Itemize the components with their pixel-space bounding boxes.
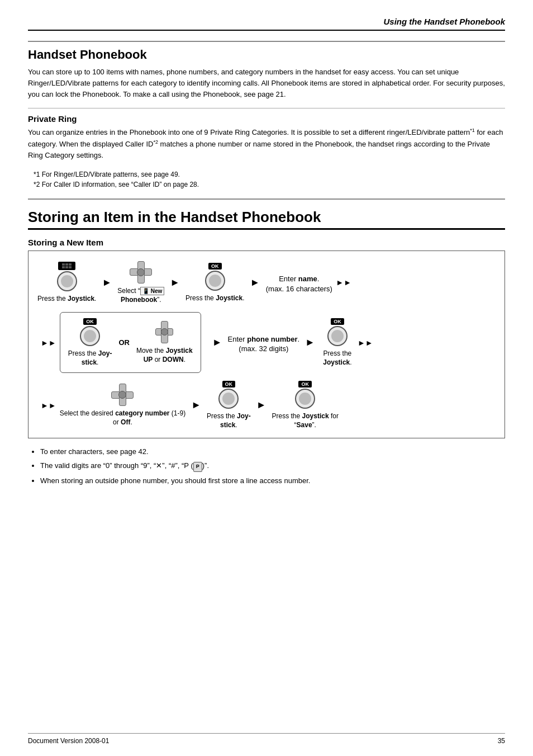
bullet-2: The valid digits are “0” through “9”, “✕…: [40, 460, 505, 472]
page-header: Using the Handset Phonebook: [28, 17, 505, 31]
joystick-inner-save: [299, 393, 311, 405]
page: Using the Handset Phonebook Handset Phon…: [0, 0, 533, 756]
diag-cell-step1: Press the Joystick.: [37, 262, 96, 303]
joystick-nav-icon-2: [130, 261, 152, 284]
screen-btn-icon-1: [57, 262, 77, 291]
sup1: *1: [470, 127, 475, 133]
double-arrow-4: ►►: [41, 401, 56, 410]
diagram-box: Press the Joystick. ► Select “📱 NewPhone…: [28, 251, 505, 438]
joy2-label: Press the Joy-stick.: [207, 412, 251, 429]
diag-row-1: Press the Joystick. ► Select “📱 NewPhone…: [37, 261, 496, 304]
joystick-updown-icon: [153, 321, 175, 343]
ok-label-save: OK: [298, 381, 312, 388]
joystick-btn-joy2: [218, 389, 239, 409]
ok-btn-icon-or1: OK: [80, 318, 100, 346]
or2-label: Move the JoystickUP or DOWN.: [136, 346, 193, 364]
double-arrow-2: ►►: [41, 338, 56, 347]
ok-btn-icon-joy2: OK: [218, 381, 239, 409]
diag-cell-save: OK Press the Joystick for“Save”.: [272, 381, 339, 429]
diag-cell-or2: Move the JoystickUP or DOWN.: [136, 321, 193, 364]
ok-label-joy2: OK: [222, 381, 236, 388]
footer-version: Document Version 2008-01: [28, 737, 109, 745]
diag-cell-joy2: OK Press the Joy-stick.: [207, 381, 251, 429]
diag-row-2-wrapper: ►► OK Press the Joy-stick. OR: [37, 312, 496, 373]
diag-cell-step2: Select “📱 NewPhonebook”.: [117, 261, 164, 304]
joystick-inner-joy2: [222, 393, 235, 405]
arrow-3: ►: [250, 277, 260, 289]
divider-light-1: [28, 108, 505, 108]
ok-btn-icon-phone: OK: [327, 318, 348, 346]
handset-phonebook-body: You can store up to 100 items with names…: [28, 67, 505, 100]
footnote-2: *2 For Caller ID information, see “Calle…: [34, 179, 505, 190]
bullet-3: When storing an outside phone number, yo…: [40, 475, 505, 486]
diag-cell-step3: OK Press the Joystick.: [185, 263, 244, 303]
joystick-inner-3: [209, 275, 221, 287]
screen-icon-label-1: [58, 262, 75, 270]
cat-label: Select the desired category number (1-9)…: [60, 409, 185, 427]
footer-page: 35: [498, 737, 505, 745]
ok-phone-label: Press theJoystick.: [323, 349, 351, 367]
or-bracket-box: OK Press the Joy-stick. OR Mov: [60, 312, 201, 373]
step3-label: Press the Joystick.: [185, 294, 244, 303]
joystick-inner-1: [61, 275, 73, 287]
footnotes: *1 For Ringer/LED/Vibrate patterns, see …: [34, 169, 505, 190]
joystick-inner-phone: [331, 330, 344, 342]
diag-cell-cat: Select the desired category number (1-9)…: [60, 384, 185, 427]
arrow-5: ►: [305, 337, 315, 348]
or1-label: Press the Joy-stick.: [68, 349, 112, 367]
joystick-nav-icon-cat: [111, 384, 134, 406]
bullet-list: To enter characters, see page 42. The va…: [40, 446, 505, 486]
diag-cell-ok-phone: OK Press theJoystick.: [321, 318, 354, 367]
step1-label: Press the Joystick.: [37, 294, 96, 303]
step4-label: Enter name.(max. 16 characters): [266, 274, 332, 294]
joystick-btn-1: [57, 271, 77, 291]
step2-label: Select “📱 NewPhonebook”.: [117, 286, 164, 304]
joystick-btn-or1: [80, 326, 100, 346]
private-ring-body: You can organize entries in the Phoneboo…: [28, 127, 505, 161]
storing-subtitle: Storing a New Item: [28, 238, 505, 247]
bullet-1: To enter characters, see page 42.: [40, 446, 505, 457]
screen-grid-1: [61, 262, 73, 270]
double-arrow-3: ►►: [358, 338, 373, 347]
arrow-2: ►: [170, 277, 180, 289]
ok-label-phone: OK: [331, 318, 344, 325]
arrow-4: ►: [212, 337, 222, 348]
private-ring-title: Private Ring: [28, 114, 505, 124]
diag-cell-phone: Enter phone number.(max. 32 digits): [228, 332, 300, 354]
or-text: OR: [118, 338, 130, 347]
double-arrow-1: ►►: [336, 278, 351, 287]
storing-section-title: Storing an Item in the Handset Phonebook: [28, 209, 505, 226]
ok-label-or1: OK: [83, 318, 97, 325]
diag-cell-step4: Enter name.(max. 16 characters): [265, 271, 332, 294]
joystick-btn-save: [295, 389, 315, 409]
big-section-divider: [28, 228, 505, 230]
arrow-6: ►: [191, 399, 201, 411]
diag-row-3: ►► Select the desired category number (1…: [37, 381, 496, 429]
section-divider-top: [28, 41, 505, 42]
p-btn-icon: P: [193, 462, 202, 472]
divider-main: [28, 199, 505, 200]
phone-label: Enter phone number.(max. 32 digits): [228, 334, 300, 354]
ok-btn-icon-3: OK: [205, 263, 225, 291]
ok-label-3: OK: [208, 263, 222, 270]
footnote-1: *1 For Ringer/LED/Vibrate patterns, see …: [34, 169, 505, 179]
arrow-1: ►: [102, 277, 112, 289]
joystick-inner-or1: [84, 330, 96, 342]
joystick-btn-phone: [327, 326, 348, 346]
ok-btn-icon-save: OK: [295, 381, 315, 409]
sup2: *2: [153, 139, 158, 145]
private-ring-body1: You can organize entries in the Phoneboo…: [28, 129, 470, 137]
handset-phonebook-title: Handset Phonebook: [28, 48, 505, 62]
page-footer: Document Version 2008-01 35: [28, 733, 505, 745]
joystick-btn-3: [205, 271, 225, 291]
diag-cell-or1: OK Press the Joy-stick.: [68, 318, 112, 367]
arrow-7: ►: [256, 399, 266, 411]
save-label: Press the Joystick for“Save”.: [272, 412, 339, 429]
header-title: Using the Handset Phonebook: [383, 17, 505, 26]
